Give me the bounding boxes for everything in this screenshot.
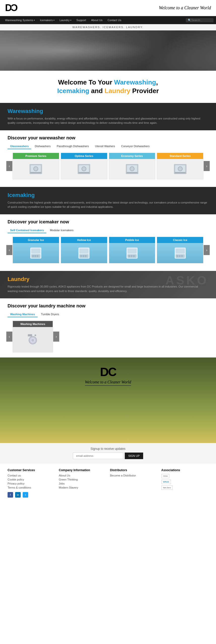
badge-wras: WRAS <box>161 480 171 484</box>
footer-link-jobs[interactable]: Jobs <box>59 482 106 485</box>
laundry-discover-heading: Discover your laundry machine now <box>8 303 208 309</box>
newsletter-email-input[interactable] <box>73 453 123 459</box>
tab-conveyor[interactable]: Conveyor Dishwashers <box>118 144 152 149</box>
product-image-classic <box>157 243 203 263</box>
product-card-economy[interactable]: Economy Series <box>109 153 156 179</box>
product-image-pebble <box>109 243 155 263</box>
warewashing-section: Warewashing With a focus on performance,… <box>0 103 216 130</box>
svg-rect-25 <box>37 255 38 257</box>
facebook-icon[interactable]: f <box>8 492 13 498</box>
product-card-premium[interactable]: Premium Series <box>13 153 59 179</box>
tab-washing-machines[interactable]: Washing Machines <box>8 312 38 317</box>
footer-link-privacy[interactable]: Privacy policy <box>8 482 55 485</box>
footer-link-green[interactable]: Green Thinking <box>59 478 106 481</box>
svg-rect-41 <box>177 255 178 257</box>
footer-link-become-distributor[interactable]: Become a Distributor <box>110 474 157 477</box>
header: DC Welcome to a Cleaner World <box>0 0 216 16</box>
svg-point-13 <box>130 167 134 171</box>
warewashing-prev-btn[interactable]: ‹ <box>6 161 12 171</box>
footer-link-slavery[interactable]: Modern Slavery <box>59 486 106 489</box>
linkedin-icon[interactable]: in <box>15 492 21 498</box>
footer-link-terms[interactable]: Terms & conditions <box>8 486 55 489</box>
product-label-hollow: Hollow Ice <box>61 237 107 243</box>
icemaking-section: Icemaking Constructed from the highest g… <box>0 187 216 214</box>
assoc-badges: CEIA WRAS Net Zero <box>161 474 208 490</box>
nav-item-icemakers[interactable]: Icemakers <box>37 19 57 22</box>
icemaking-carousel-wrapper: ‹ Granular Ice Hollow Ice <box>8 237 208 263</box>
newsletter-form: SIGN UP <box>4 453 212 459</box>
nav-search[interactable]: 🔍 <box>186 18 213 22</box>
laundry-next-btn[interactable]: › <box>53 332 59 342</box>
ceia-icon: CEIA <box>163 475 168 477</box>
nav-item-laundry[interactable]: Laundry <box>57 19 74 22</box>
twitter-icon[interactable]: t <box>23 492 28 498</box>
social-icons: f in t <box>8 492 55 498</box>
laundry-description: Rigorously tested through 30,000 cycles,… <box>8 285 208 293</box>
icemaking-prev-btn[interactable]: ‹ <box>6 245 12 255</box>
svg-point-49 <box>35 335 36 336</box>
footer-links: Customer Services Contact us Cookie poli… <box>0 463 216 503</box>
svg-rect-21 <box>31 249 40 254</box>
warewashing-next-btn[interactable]: › <box>204 161 210 171</box>
svg-rect-27 <box>79 249 88 254</box>
tab-self-contained[interactable]: Self Contained Icemakers <box>8 228 46 233</box>
badge-ceia: CEIA <box>161 474 170 478</box>
nav-item-support[interactable]: Support <box>74 19 89 22</box>
warewashing-discover: Discover your warewasher now Glasswasher… <box>0 130 216 184</box>
icemaking-carousel: Granular Ice Hollow Ice <box>13 237 203 263</box>
search-input[interactable] <box>191 19 211 22</box>
search-icon: 🔍 <box>188 19 191 22</box>
laundry-section: Laundry Rigorously tested through 30,000… <box>0 271 216 298</box>
footer-col-title-customer: Customer Services <box>8 468 55 472</box>
footer-col-title-distributors: Distributors <box>110 468 157 472</box>
svg-rect-29 <box>80 255 82 257</box>
footer-col-title-associations: Associations <box>161 468 208 472</box>
product-image-granular <box>13 243 59 263</box>
footer-link-cookie[interactable]: Cookie policy <box>8 478 55 481</box>
nav-item-contact[interactable]: Contact Us <box>105 19 124 22</box>
footer-link-about[interactable]: About Us <box>59 474 106 477</box>
laundry-carousel-wrapper: ‹ Washing Machines › <box>8 321 58 352</box>
svg-rect-24 <box>35 255 36 257</box>
product-image-standard <box>157 159 203 179</box>
newsletter-signup-btn[interactable]: SIGN UP <box>125 453 143 459</box>
svg-rect-39 <box>176 249 185 254</box>
tab-glasswashers[interactable]: Glasswashers <box>8 144 31 149</box>
product-card-classic[interactable]: Classic Ice <box>157 237 203 263</box>
tagline-bar: WAREWASHERS. ICEMAKERS. LAUNDRY. <box>0 24 216 30</box>
product-card-granular[interactable]: Granular Ice <box>13 237 59 263</box>
tab-utensil[interactable]: Utensil Washers <box>92 144 118 149</box>
tab-dishwashers[interactable]: Dishwashers <box>32 144 53 149</box>
icemaking-next-btn[interactable]: › <box>204 245 210 255</box>
product-label-pebble: Pebble Ice <box>109 237 155 243</box>
footer-link-contact[interactable]: Contact us <box>8 474 55 477</box>
footer-col-title-company: Company Information <box>59 468 106 472</box>
tab-modular[interactable]: Modular Icemakers <box>47 228 76 233</box>
footer-logo: DC <box>100 365 116 379</box>
nav-item-about[interactable]: About Us <box>89 19 105 22</box>
hero-image <box>0 30 216 71</box>
product-image-washing <box>13 327 53 352</box>
logo[interactable]: DC <box>5 3 18 13</box>
svg-point-18 <box>178 167 182 171</box>
tab-tumble-dryers[interactable]: Tumble Dryers <box>39 312 62 317</box>
product-card-standard[interactable]: Standard Series <box>157 153 203 179</box>
newsletter-title: Signup to receive updates <box>4 447 212 451</box>
svg-rect-4 <box>30 172 41 173</box>
welcome-section: Welcome To Your Warewashing, Icemaking a… <box>0 71 216 103</box>
product-card-pebble[interactable]: Pebble Ice <box>109 237 156 263</box>
nav-item-warewashing[interactable]: Warewashing Systems <box>3 19 37 22</box>
footer-col-company: Company Information About Us Green Think… <box>59 468 106 498</box>
tab-passthrough[interactable]: Passthrough Dishwashers <box>54 144 91 149</box>
warewashing-title: Warewashing <box>8 108 208 114</box>
product-card-washing[interactable]: Washing Machines <box>13 321 53 352</box>
svg-point-3 <box>34 167 38 171</box>
netzero-icon: Net Zero <box>163 487 171 489</box>
svg-rect-33 <box>128 249 137 254</box>
icemaking-discover: Discover your icemaker now Self Containe… <box>0 214 216 268</box>
product-card-hollow[interactable]: Hollow Ice <box>61 237 107 263</box>
laundry-prev-btn[interactable]: ‹ <box>6 332 12 342</box>
product-card-optima[interactable]: Optima Series <box>61 153 107 179</box>
icemaking-tabs: Self Contained Icemakers Modular Icemake… <box>8 228 208 233</box>
svg-rect-36 <box>131 255 132 257</box>
